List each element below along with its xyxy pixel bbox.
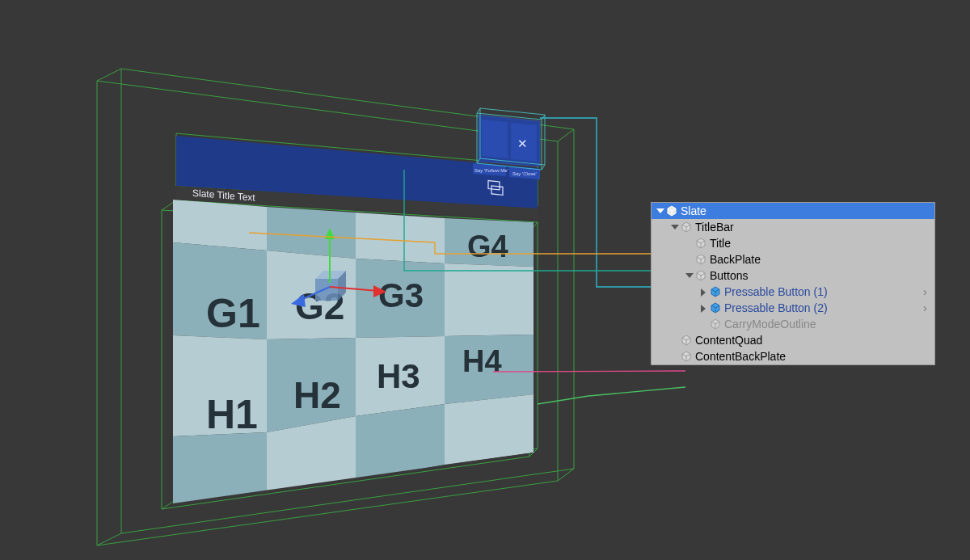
svg-line-3 (558, 129, 574, 141)
chevron-right-icon[interactable]: › (923, 287, 930, 297)
hierarchy-panel[interactable]: Slate TitleBar Title BackPlate Buttons (651, 202, 935, 365)
expand-toggle-icon[interactable] (684, 271, 694, 280)
gameobject-icon (695, 270, 706, 281)
close-icon: ✕ (517, 137, 528, 150)
close-button[interactable]: ✕ (511, 123, 537, 162)
prefab-icon (710, 302, 721, 314)
svg-line-28 (542, 165, 545, 170)
hierarchy-label: Pressable Button (2) (724, 300, 934, 316)
chevron-right-icon[interactable]: › (923, 303, 930, 313)
cell-g1: G1 (206, 291, 260, 336)
cell-g4: G4 (467, 229, 508, 263)
hierarchy-row-titlebar[interactable]: TitleBar (652, 219, 934, 235)
hierarchy-label: ContentQuad (695, 332, 934, 348)
hierarchy-row-slate[interactable]: Slate (652, 203, 934, 219)
hierarchy-row-title[interactable]: Title (652, 235, 934, 251)
gameobject-icon (695, 238, 706, 249)
gameobject-icon (710, 318, 721, 330)
cell-h1: H1 (206, 392, 258, 437)
prefab-icon (710, 286, 721, 297)
cell-g3: G3 (378, 276, 424, 314)
expand-toggle-icon[interactable] (698, 303, 708, 313)
hierarchy-row-pressable-2[interactable]: Pressable Button (2) › (652, 300, 934, 316)
hierarchy-label: ContentBackPlate (695, 348, 934, 364)
hierarchy-label: Buttons (710, 267, 934, 284)
svg-marker-33 (356, 213, 445, 263)
content-quad: G1 G2 G3 G4 H1 H2 H3 H4 (173, 200, 534, 503)
expand-toggle-icon[interactable] (655, 206, 664, 216)
hierarchy-row-buttons[interactable]: Buttons (652, 267, 934, 284)
hierarchy-label: BackPlate (710, 251, 934, 267)
hierarchy-row-backplate[interactable]: BackPlate (652, 251, 934, 267)
svg-line-27 (542, 115, 545, 120)
svg-text:Say 'Follow Me': Say 'Follow Me' (474, 168, 508, 173)
expand-toggle-icon[interactable] (669, 222, 679, 232)
hierarchy-label: Title (710, 235, 934, 251)
svg-marker-16 (482, 120, 508, 158)
gameobject-icon (681, 221, 692, 233)
hierarchy-label: Slate (681, 203, 934, 219)
hierarchy-row-pressable-1[interactable]: Pressable Button (1) › (652, 284, 934, 300)
svg-marker-32 (267, 207, 356, 259)
svg-marker-47 (315, 279, 338, 301)
svg-marker-38 (445, 263, 534, 336)
svg-text:Say 'Close': Say 'Close' (512, 171, 537, 176)
hierarchy-label: TitleBar (695, 219, 934, 235)
gameobject-icon (681, 351, 692, 362)
hierarchy-row-contentquad[interactable]: ContentQuad (652, 332, 934, 348)
hierarchy-row-contentbackplate[interactable]: ContentBackPlate (652, 348, 934, 364)
cell-h3: H3 (377, 357, 420, 395)
gameobject-icon (666, 205, 677, 217)
hierarchy-label: CarryModeOutline (724, 316, 934, 332)
gameobject-icon (695, 254, 706, 265)
svg-marker-45 (356, 404, 445, 481)
hierarchy-row-carrymode[interactable]: CarryModeOutline (652, 316, 934, 332)
cell-h2: H2 (293, 374, 341, 416)
cell-h4: H4 (462, 344, 502, 378)
svg-line-26 (477, 108, 480, 113)
gameobject-icon (681, 335, 692, 346)
hierarchy-label: Pressable Button (1) (724, 284, 934, 300)
svg-marker-46 (445, 394, 534, 465)
expand-toggle-icon[interactable] (698, 287, 708, 297)
svg-marker-31 (173, 200, 267, 251)
svg-marker-43 (173, 432, 267, 503)
svg-line-2 (97, 69, 121, 81)
